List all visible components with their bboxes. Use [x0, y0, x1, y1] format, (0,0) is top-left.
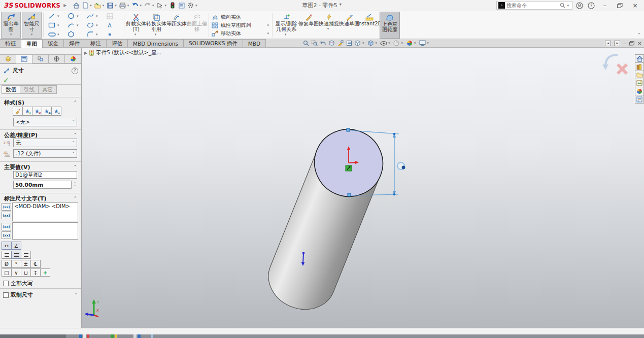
add-style-button[interactable]: ★+ — [22, 107, 32, 116]
pane-split-left-icon[interactable]: ◂ — [605, 41, 611, 46]
open-document-caret[interactable]: ▾ — [103, 4, 105, 8]
dim-text-inline-icon[interactable]: (xx) — [2, 203, 11, 211]
pane-split-right-icon[interactable]: ▸ — [614, 41, 620, 46]
tab-mbd-dimensions[interactable]: MBD Dimensions — [127, 39, 184, 47]
dimension-name-input[interactable] — [13, 171, 77, 179]
depth-symbol-button[interactable]: ↧ — [30, 268, 41, 277]
menu-expand-icon[interactable]: ▶ — [63, 3, 66, 8]
quick-snaps-caret[interactable]: ▾ — [327, 26, 329, 32]
rectangle-tool-caret[interactable]: ▾ — [57, 23, 59, 27]
edit-appearance-caret[interactable]: ▾ — [401, 41, 403, 45]
dual-text-solid-icon[interactable]: (xx) — [2, 231, 11, 239]
tab-value[interactable]: 数值 — [2, 85, 20, 94]
arc-tool-icon[interactable] — [66, 21, 76, 30]
performance-traffic-light-icon[interactable] — [168, 1, 177, 10]
shaded-sketch-contours-button[interactable]: 上色草图轮廓 — [380, 12, 400, 39]
degree-symbol-button[interactable]: ° — [11, 260, 21, 268]
style-section-header[interactable]: 样式(S)⌃ — [4, 99, 77, 106]
dual-dimension-text-area[interactable] — [12, 222, 78, 240]
align-right-button[interactable] — [21, 251, 31, 259]
save-icon[interactable] — [106, 1, 115, 10]
close-button[interactable]: × — [629, 1, 641, 10]
convert-entities-caret[interactable]: ▾ — [155, 32, 157, 38]
centerline-symbol-button[interactable]: ℄ — [30, 260, 41, 268]
countersink-symbol-button[interactable]: ∨ — [11, 268, 21, 277]
line-tool-caret[interactable]: ▾ — [57, 14, 59, 18]
dual-text-inline-icon[interactable]: (xx) — [2, 223, 11, 230]
help-icon[interactable]: ? — [587, 1, 596, 10]
options-gear-caret[interactable]: ▾ — [195, 4, 197, 8]
sketch-annotation-icon[interactable] — [336, 40, 344, 47]
undo-caret[interactable]: ▾ — [140, 4, 142, 8]
align-center-button[interactable] — [11, 251, 21, 259]
smart-dimension-caret[interactable]: ▾ — [31, 32, 33, 38]
dimxpert-manager-tab[interactable] — [49, 54, 65, 63]
tolerance-dropdown[interactable]: 无˅ — [13, 139, 77, 147]
point-tool-icon[interactable] — [105, 30, 114, 39]
configuration-manager-tab[interactable] — [32, 54, 49, 63]
line-tool-icon[interactable] — [47, 12, 56, 21]
trim-entities-caret[interactable]: ▾ — [134, 32, 137, 38]
exit-sketch-corner-icon[interactable] — [602, 55, 618, 70]
tab-sheet-metal[interactable]: 钣金 — [42, 39, 64, 47]
tab-solidworks-addins[interactable]: SOLIDWORKS 插件 — [183, 39, 243, 47]
tab-features[interactable]: 特征 — [0, 39, 21, 47]
arc-tool-caret[interactable]: ▾ — [77, 23, 79, 27]
dimtext-collapse-chevron[interactable]: ⌃ — [73, 196, 77, 201]
account-icon[interactable] — [575, 1, 584, 10]
task-list-icon[interactable] — [177, 1, 186, 10]
ellipse-tool-icon[interactable] — [86, 21, 95, 30]
search-icon[interactable] — [560, 3, 565, 8]
offset-entities-button[interactable]: 等距实体 — [166, 12, 187, 39]
delete-style-button[interactable]: ★× — [32, 107, 42, 116]
more-symbols-button[interactable]: + — [40, 268, 50, 277]
dim-text-solid-icon[interactable]: (xx) — [2, 212, 11, 219]
instant2d-button[interactable]: Instant2D — [359, 12, 380, 39]
edit-appearance-icon[interactable] — [393, 40, 400, 47]
ellipse-tool-caret[interactable]: ▾ — [96, 23, 98, 27]
property-manager-tab[interactable] — [16, 54, 32, 63]
horizontal-text-button[interactable]: ↔ — [2, 242, 12, 250]
linear-sketch-pattern-button[interactable]: 线性草图阵列 ▾ — [211, 21, 270, 29]
quick-snaps-button[interactable]: 快速捕捉 ▾ — [319, 12, 339, 39]
mirror-entities-button[interactable]: 镜向实体 — [211, 13, 270, 21]
design-library-icon[interactable] — [635, 62, 644, 71]
view-selector-icon[interactable] — [345, 40, 353, 47]
repair-sketch-button[interactable]: 修复草图 — [298, 12, 319, 39]
previous-view-icon[interactable] — [319, 40, 327, 47]
ok-button[interactable]: ✓ — [3, 76, 9, 84]
redo-caret[interactable]: ▾ — [152, 4, 154, 8]
slot-tool-caret[interactable]: ▾ — [57, 32, 59, 37]
view-settings-caret[interactable]: ▾ — [427, 41, 429, 45]
save-style-button[interactable]: ★▪ — [42, 107, 52, 116]
dual-dimension-checkbox[interactable] — [3, 292, 9, 298]
view-orientation-caret[interactable]: ▾ — [362, 41, 364, 45]
counterbore-symbol-button[interactable]: ⊔ — [21, 268, 31, 277]
cancel-sketch-corner-icon[interactable] — [618, 64, 627, 74]
select-cursor-caret[interactable]: ▾ — [164, 4, 166, 8]
tab-weldments[interactable]: 焊件 — [63, 39, 85, 47]
graphics-viewport[interactable]: ▶ 零件5 (默认<<默认>_显... — [82, 48, 644, 328]
home-icon[interactable] — [72, 1, 81, 10]
plus-minus-symbol-button[interactable]: ± — [21, 260, 31, 268]
tab-annotations[interactable]: 标注 — [85, 39, 107, 47]
zoom-to-fit-icon[interactable] — [302, 40, 310, 47]
primary-value-section-header[interactable]: 主要值(V)⌃ — [4, 163, 77, 171]
tab-sketch[interactable]: 草图 — [21, 39, 43, 48]
display-style-icon[interactable] — [367, 40, 375, 47]
apply-default-attributes-button[interactable] — [13, 107, 23, 116]
view-orientation-icon[interactable] — [354, 40, 361, 47]
primary-collapse-chevron[interactable]: ⌃ — [73, 164, 77, 170]
hide-show-caret[interactable]: ▾ — [388, 41, 390, 45]
exit-sketch-button[interactable]: 退出草图 ▾ — [1, 12, 21, 39]
feature-manager-tab[interactable] — [0, 54, 16, 63]
angular-text-button[interactable]: ∠ — [11, 242, 21, 250]
tab-other[interactable]: 其它 — [38, 85, 57, 94]
value-spinner[interactable]: ˄˅ — [72, 181, 78, 189]
select-cursor-icon[interactable] — [155, 1, 164, 10]
search-input[interactable] — [506, 3, 558, 8]
slot-tool-icon[interactable] — [47, 30, 56, 39]
view-settings-icon[interactable] — [419, 40, 426, 47]
doc-close-button[interactable]: × — [637, 40, 642, 47]
undo-icon[interactable] — [130, 1, 140, 10]
